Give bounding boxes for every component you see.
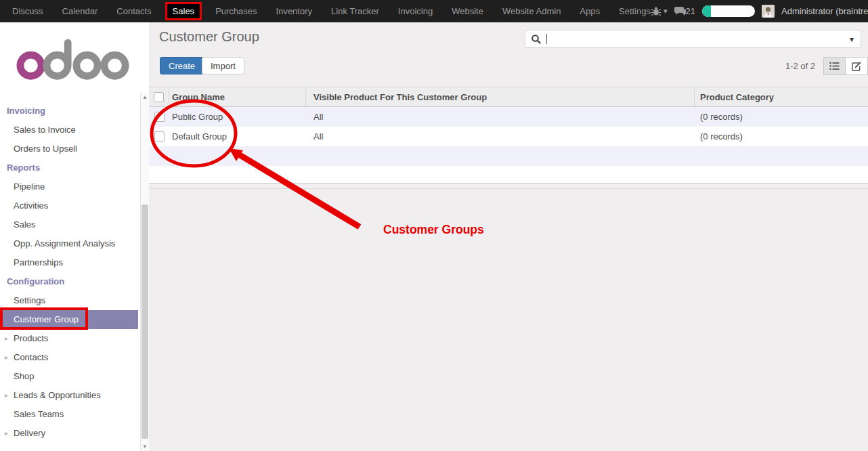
nav-website-admin[interactable]: Website Admin bbox=[502, 6, 561, 16]
import-button[interactable]: Import bbox=[202, 57, 244, 74]
timer-progress bbox=[702, 5, 711, 17]
debug-menu-button[interactable]: ▾ bbox=[651, 6, 668, 16]
nav-settings[interactable]: Settings bbox=[619, 6, 651, 16]
expand-arrow-icon: ▸ bbox=[5, 348, 8, 367]
table-footer-strip bbox=[149, 183, 868, 189]
text-cursor bbox=[546, 34, 547, 44]
sidebar-menu: Invoicing Sales to Invoice Orders to Ups… bbox=[0, 102, 140, 443]
topbar-systray: ▾ 21 Administrator (braintree) ▾ bbox=[651, 5, 868, 18]
column-header-group-name[interactable]: Group Name bbox=[169, 87, 306, 106]
pager-text: 1-2 of 2 bbox=[785, 61, 815, 71]
main-content: Customer Group ▾ Create Import 1-2 of 2 bbox=[149, 22, 868, 451]
user-avatar[interactable] bbox=[762, 5, 775, 18]
bug-icon bbox=[651, 6, 661, 16]
user-menu[interactable]: Administrator (braintree) bbox=[781, 6, 868, 16]
scrollbar-thumb[interactable] bbox=[142, 205, 148, 439]
section-reports: Reports bbox=[0, 158, 140, 177]
expand-arrow-icon: ▸ bbox=[5, 386, 8, 405]
empty-row bbox=[149, 146, 868, 166]
sidebar-item-products[interactable]: ▸ Products bbox=[0, 329, 138, 348]
cell-visible-product: All bbox=[306, 127, 695, 146]
scroll-up-icon[interactable]: ▲ bbox=[141, 94, 149, 100]
sidebar: Invoicing Sales to Invoice Orders to Ups… bbox=[0, 22, 149, 451]
nav-sales[interactable]: Sales bbox=[165, 2, 202, 20]
odoo-logo bbox=[16, 37, 130, 81]
search-view: ▾ bbox=[525, 30, 861, 48]
chat-icon bbox=[674, 6, 687, 16]
top-navigation-bar: Discuss Calendar Contacts Sales Purchase… bbox=[0, 0, 868, 22]
sidebar-item-leads-opportunities[interactable]: ▸ Leads & Opportunities bbox=[0, 386, 138, 405]
customer-group-list: Group Name Visible Product For This Cust… bbox=[149, 87, 868, 189]
sidebar-item-opp-assignment-analysis[interactable]: Opp. Assignment Analysis bbox=[0, 234, 138, 253]
nav-website[interactable]: Website bbox=[452, 6, 483, 16]
cell-visible-product: All bbox=[306, 107, 695, 127]
search-input[interactable] bbox=[550, 33, 848, 45]
cell-group-name: Default Group bbox=[169, 127, 306, 146]
column-header-visible-product[interactable]: Visible Product For This Customer Group bbox=[306, 87, 695, 106]
cell-product-category: (0 records) bbox=[695, 127, 868, 146]
nav-calendar[interactable]: Calendar bbox=[62, 6, 98, 16]
scroll-down-icon[interactable]: ▼ bbox=[141, 444, 149, 450]
section-invoicing: Invoicing bbox=[0, 102, 140, 121]
list-view-icon bbox=[829, 62, 840, 70]
sidebar-item-shop[interactable]: Shop bbox=[0, 367, 138, 386]
search-dropdown-caret-icon[interactable]: ▾ bbox=[848, 35, 855, 44]
sidebar-item-label: Products bbox=[14, 333, 48, 343]
nav-link-tracker[interactable]: Link Tracker bbox=[331, 6, 379, 16]
row-checkbox[interactable] bbox=[154, 112, 165, 122]
cell-product-category: (0 records) bbox=[695, 107, 868, 127]
pager-area: 1-2 of 2 bbox=[785, 57, 868, 75]
sidebar-item-partnerships[interactable]: Partnerships bbox=[0, 253, 138, 272]
sidebar-item-pipeline[interactable]: Pipeline bbox=[0, 177, 138, 196]
nav-apps[interactable]: Apps bbox=[580, 6, 600, 16]
sidebar-item-label: Leads & Opportunities bbox=[14, 390, 101, 400]
form-view-icon bbox=[852, 62, 862, 71]
caret-down-icon: ▾ bbox=[664, 7, 668, 15]
nav-inventory[interactable]: Inventory bbox=[276, 6, 312, 16]
select-all-checkbox[interactable] bbox=[154, 92, 164, 102]
sidebar-item-orders-to-upsell[interactable]: Orders to Upsell bbox=[0, 139, 138, 158]
search-icon bbox=[531, 34, 542, 45]
sidebar-item-activities[interactable]: Activities bbox=[0, 196, 138, 215]
create-button[interactable]: Create bbox=[160, 57, 204, 74]
column-header-product-category[interactable]: Product Category bbox=[695, 87, 868, 106]
sidebar-item-label: Contacts bbox=[14, 352, 48, 362]
annotation-label: Customer Groups bbox=[383, 223, 484, 237]
sidebar-item-contacts[interactable]: ▸ Contacts bbox=[0, 348, 138, 367]
row-checkbox[interactable] bbox=[154, 131, 165, 142]
nav-purchases[interactable]: Purchases bbox=[215, 6, 257, 16]
sidebar-scrollbar[interactable]: ▲ ▼ bbox=[140, 93, 149, 451]
sidebar-item-sales-to-invoice[interactable]: Sales to Invoice bbox=[0, 121, 138, 139]
message-count-badge: 21 bbox=[686, 6, 695, 16]
nav-invoicing[interactable]: Invoicing bbox=[398, 6, 433, 16]
expand-arrow-icon: ▸ bbox=[5, 424, 8, 443]
table-row[interactable]: Default Group All (0 records) bbox=[149, 127, 868, 146]
sidebar-item-settings[interactable]: Settings bbox=[0, 291, 138, 310]
view-switcher bbox=[823, 57, 868, 75]
timer-widget[interactable] bbox=[702, 5, 755, 17]
page-title: Customer Group bbox=[159, 29, 259, 45]
sidebar-item-delivery[interactable]: ▸ Delivery bbox=[0, 424, 138, 443]
nav-contacts[interactable]: Contacts bbox=[116, 6, 151, 16]
form-view-button[interactable] bbox=[846, 57, 868, 75]
messages-button[interactable]: 21 bbox=[674, 6, 695, 16]
cell-group-name: Public Group bbox=[169, 107, 306, 127]
table-row[interactable]: Public Group All (0 records) bbox=[149, 107, 868, 127]
app-menu: Discuss Calendar Contacts Sales Purchase… bbox=[0, 2, 651, 20]
sidebar-item-label: Delivery bbox=[14, 428, 45, 438]
sidebar-item-customer-group[interactable]: Customer Group bbox=[0, 310, 138, 329]
sidebar-item-sales[interactable]: Sales bbox=[0, 215, 138, 234]
nav-discuss[interactable]: Discuss bbox=[12, 6, 43, 16]
list-view-button[interactable] bbox=[823, 57, 846, 75]
expand-arrow-icon: ▸ bbox=[5, 329, 8, 348]
sidebar-item-sales-teams[interactable]: Sales Teams bbox=[0, 405, 138, 424]
table-end bbox=[149, 166, 868, 183]
list-header-row: Group Name Visible Product For This Cust… bbox=[149, 87, 868, 107]
section-configuration: Configuration bbox=[0, 272, 140, 291]
